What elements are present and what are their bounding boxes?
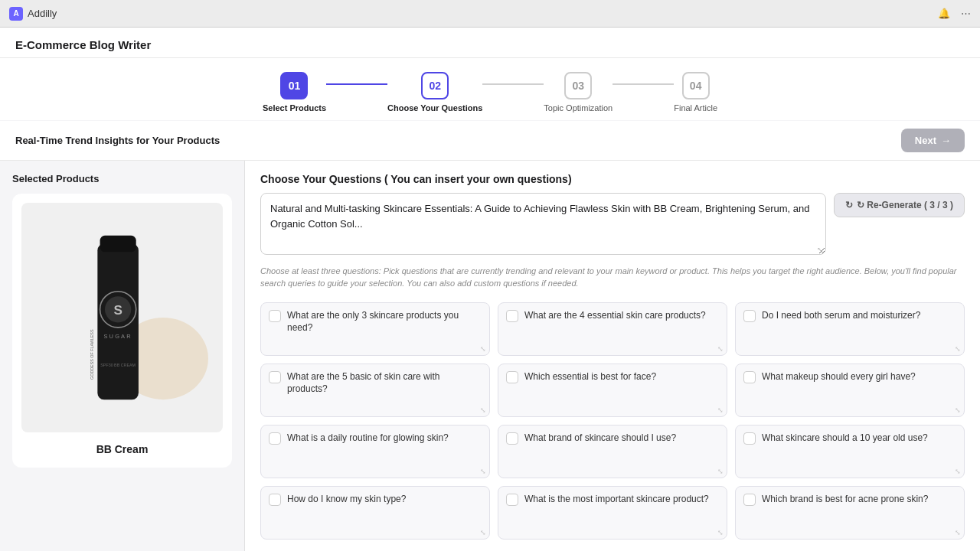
step-2[interactable]: 02 Choose Your Questions bbox=[387, 72, 482, 112]
app-logo: A bbox=[9, 7, 23, 21]
question-card: What are the only 3 skincare products yo… bbox=[260, 302, 490, 356]
titlebar-actions: 🔔 ⋯ bbox=[938, 8, 971, 19]
question-text-8: What skincare should a 10 year old use? bbox=[762, 432, 956, 445]
resize-icon-2: ⤡ bbox=[955, 345, 961, 353]
question-card: What brand of skincare should I use? ⤡ bbox=[498, 425, 727, 478]
question-checkbox-3[interactable] bbox=[269, 371, 281, 383]
svg-text:S: S bbox=[113, 302, 122, 318]
question-text-0: What are the only 3 skincare products yo… bbox=[287, 309, 482, 335]
question-checkbox-10[interactable] bbox=[506, 494, 518, 506]
question-checkbox-7[interactable] bbox=[506, 432, 518, 445]
question-checkbox-2[interactable] bbox=[743, 310, 756, 322]
svg-text:SUGAR: SUGAR bbox=[103, 333, 132, 340]
right-panel: Choose Your Questions ( You can insert y… bbox=[245, 161, 980, 551]
question-card: How do I know my skin type? ⤡ bbox=[260, 486, 490, 540]
question-card: What is the most important skincare prod… bbox=[498, 486, 727, 540]
step-4[interactable]: 04 Final Article bbox=[674, 72, 717, 112]
stepper: 01 Select Products 02 Choose Your Questi… bbox=[0, 58, 980, 120]
product-image: S SUGAR GODDESS OF FLAWLESS SPF30 BB CRE… bbox=[21, 203, 223, 432]
question-checkbox-11[interactable] bbox=[743, 494, 756, 506]
step-4-circle: 04 bbox=[682, 72, 710, 99]
choose-questions-title: Choose Your Questions ( You can insert y… bbox=[260, 173, 965, 185]
resize-icon-7: ⤡ bbox=[717, 468, 724, 475]
regenerate-button[interactable]: ↻ ↻ Re-Generate ( 3 / 3 ) bbox=[834, 193, 965, 217]
step-3-label: Topic Optimization bbox=[544, 103, 612, 112]
app-title: E-Commerce Blog Writer bbox=[15, 38, 151, 51]
next-button[interactable]: Next → bbox=[901, 129, 965, 152]
product-card: S SUGAR GODDESS OF FLAWLESS SPF30 BB CRE… bbox=[12, 194, 232, 468]
resize-icon-9: ⤡ bbox=[480, 529, 486, 536]
app-header: E-Commerce Blog Writer bbox=[0, 28, 980, 58]
question-card-inner-7: What brand of skincare should I use? bbox=[506, 432, 719, 445]
question-checkbox-0[interactable] bbox=[269, 310, 281, 322]
question-card-inner-4: Which essential is best for face? bbox=[506, 370, 719, 383]
question-card: What are the 5 basic of skin care with p… bbox=[260, 364, 490, 417]
step-3-circle: 03 bbox=[564, 72, 592, 99]
question-card-inner-5: What makeup should every girl have? bbox=[743, 370, 956, 383]
question-card-inner-9: How do I know my skin type? bbox=[269, 493, 482, 506]
selected-products-title: Selected Products bbox=[12, 173, 232, 184]
step-2-label: Choose Your Questions bbox=[387, 103, 482, 112]
titlebar: A Addilly 🔔 ⋯ bbox=[0, 0, 980, 28]
question-text-11: Which brand is best for acne prone skin? bbox=[762, 493, 956, 506]
resize-icon-11: ⤡ bbox=[955, 529, 961, 536]
question-card: What skincare should a 10 year old use? … bbox=[735, 425, 965, 478]
question-card-inner-6: What is a daily routine for glowing skin… bbox=[269, 432, 482, 445]
step-3[interactable]: 03 Topic Optimization bbox=[544, 72, 612, 112]
question-checkbox-9[interactable] bbox=[269, 494, 281, 506]
step-1-circle: 01 bbox=[280, 72, 308, 99]
question-checkbox-8[interactable] bbox=[743, 432, 756, 445]
question-card-inner-8: What skincare should a 10 year old use? bbox=[743, 432, 956, 445]
left-panel: Selected Products S SUGAR bbox=[0, 161, 245, 551]
resize-icon-0: ⤡ bbox=[480, 345, 486, 353]
article-title-textarea[interactable] bbox=[260, 193, 826, 255]
toolbar: Real-Time Trend Insights for Your Produc… bbox=[0, 121, 980, 161]
resize-icon-1: ⤡ bbox=[717, 345, 724, 353]
question-card: What makeup should every girl have? ⤡ bbox=[735, 364, 965, 417]
connector-1-2 bbox=[326, 83, 387, 85]
hint-text: Choose at least three questions: Pick qu… bbox=[260, 265, 965, 290]
question-card: Do I need both serum and moisturizer? ⤡ bbox=[735, 302, 965, 356]
question-text-7: What brand of skincare should I use? bbox=[524, 432, 719, 445]
question-card-inner-1: What are the 4 essential skin care produ… bbox=[506, 309, 719, 322]
step-1-label: Select Products bbox=[263, 103, 326, 112]
question-text-10: What is the most important skincare prod… bbox=[524, 493, 719, 506]
question-card-inner-11: Which brand is best for acne prone skin? bbox=[743, 493, 956, 506]
question-card: Which brand is best for acne prone skin?… bbox=[735, 486, 965, 540]
resize-icon-8: ⤡ bbox=[955, 468, 961, 475]
step-1[interactable]: 01 Select Products bbox=[263, 72, 326, 112]
svg-text:SPF30 BB CREAM: SPF30 BB CREAM bbox=[100, 363, 136, 367]
question-checkbox-6[interactable] bbox=[269, 432, 281, 445]
question-card-inner-3: What are the 5 basic of skin care with p… bbox=[269, 370, 482, 396]
question-checkbox-1[interactable] bbox=[506, 310, 518, 322]
question-text-2: Do I need both serum and moisturizer? bbox=[762, 309, 956, 322]
resize-icon-10: ⤡ bbox=[717, 529, 724, 536]
resize-icon-3: ⤡ bbox=[480, 406, 486, 414]
refresh-icon: ↻ bbox=[845, 200, 853, 210]
connector-3-4 bbox=[612, 83, 674, 85]
step-2-circle: 02 bbox=[421, 72, 449, 99]
svg-rect-2 bbox=[100, 236, 136, 252]
question-text-1: What are the 4 essential skin care produ… bbox=[524, 309, 719, 322]
question-card: What are the 4 essential skin care produ… bbox=[498, 302, 727, 356]
connector-2-3 bbox=[482, 83, 544, 85]
resize-icon-6: ⤡ bbox=[480, 468, 486, 475]
questions-grid: What are the only 3 skincare products yo… bbox=[260, 302, 965, 540]
question-text-5: What makeup should every girl have? bbox=[762, 370, 956, 383]
question-card: What is a daily routine for glowing skin… bbox=[260, 425, 490, 478]
question-card: Which essential is best for face? ⤡ bbox=[498, 364, 727, 417]
question-text-3: What are the 5 basic of skin care with p… bbox=[287, 370, 482, 396]
question-checkbox-4[interactable] bbox=[506, 371, 518, 383]
question-card-inner-0: What are the only 3 skincare products yo… bbox=[269, 309, 482, 335]
resize-icon: ⤡ bbox=[817, 246, 823, 254]
resize-icon-5: ⤡ bbox=[955, 406, 961, 414]
question-card-inner-2: Do I need both serum and moisturizer? bbox=[743, 309, 956, 322]
toolbar-title: Real-Time Trend Insights for Your Produc… bbox=[15, 135, 220, 146]
resize-icon-4: ⤡ bbox=[717, 406, 724, 414]
app-name-titlebar: Addilly bbox=[28, 8, 57, 19]
step-4-label: Final Article bbox=[674, 103, 717, 112]
more-icon[interactable]: ⋯ bbox=[961, 8, 971, 19]
question-checkbox-5[interactable] bbox=[743, 371, 756, 383]
notification-icon[interactable]: 🔔 bbox=[938, 8, 950, 19]
main-content: Selected Products S SUGAR bbox=[0, 161, 980, 551]
